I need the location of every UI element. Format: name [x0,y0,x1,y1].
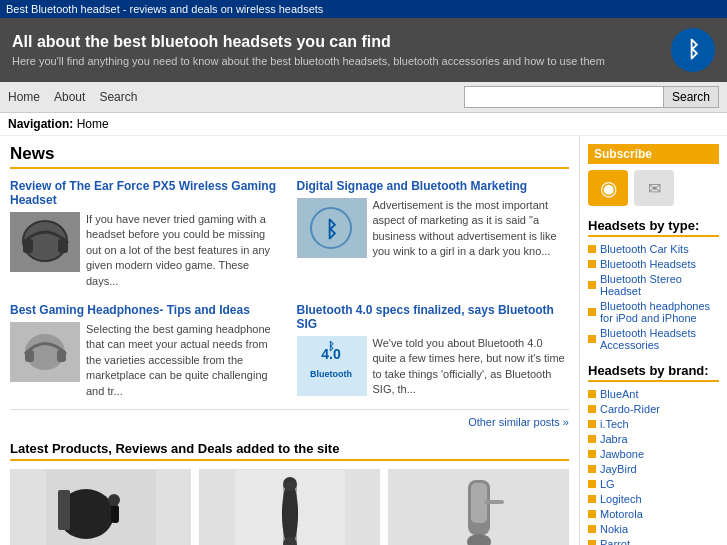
other-posts-link[interactable]: Other similar posts » [468,416,569,428]
news-thumb-2: ᛒ [297,198,367,258]
product-thumb-1 [10,469,191,545]
search-input[interactable] [464,86,664,108]
news-title-4[interactable]: Bluetooth 4.0 specs finalized, says Blue… [297,303,570,331]
nav-home[interactable]: Home [8,90,40,104]
headsets-by-type-list: Bluetooth Car Kits Bluetooth Headsets Bl… [588,243,719,351]
brand-logitech[interactable]: Logitech [600,493,642,505]
brand-lg[interactable]: LG [600,478,615,490]
site-title: All about the best bluetooh headsets you… [12,33,605,51]
type-stereo[interactable]: Bluetooth Stereo Headset [600,273,719,297]
list-item: Bluetooth headphones for iPod and iPhone [588,300,719,324]
product-thumb-2 [199,469,380,545]
type-headsets[interactable]: Bluetooth Headsets [600,258,696,270]
news-text-3: Selecting the best gaming headphone that… [86,322,283,399]
headsets-by-type-title: Headsets by type: [588,218,719,237]
list-item: Bluetooth Car Kits [588,243,719,255]
news-thumb-1 [10,212,80,272]
navbar: Home About Search Search [0,82,727,113]
list-item: Parrot [588,538,719,545]
breadcrumb-path: Home [77,117,109,131]
news-item-2-body: ᛒ Advertisement is the most important as… [297,198,570,260]
news-item-2: Digital Signage and Bluetooth Marketing … [297,179,570,289]
mail-icon: ✉ [648,179,661,198]
news-text-2: Advertisement is the most important aspe… [373,198,570,260]
list-item: BlueAnt [588,388,719,400]
list-item: Nokia [588,523,719,535]
product-thumb-3 [388,469,569,545]
news-item-1-body: If you have never tried gaming with a he… [10,212,283,289]
breadcrumb-label: Navigation: [8,117,73,131]
list-item: Bluetooth Headsets Accessories [588,327,719,351]
news-item-1: Review of The Ear Force PX5 Wireless Gam… [10,179,283,289]
type-ipod[interactable]: Bluetooth headphones for iPod and iPhone [600,300,719,324]
nav-search[interactable]: Search [99,90,137,104]
title-bar-text: Best Bluetooth headset - reviews and dea… [6,3,323,15]
list-item: LG [588,478,719,490]
news-title-2[interactable]: Digital Signage and Bluetooth Marketing [297,179,570,193]
news-grid: Review of The Ear Force PX5 Wireless Gam… [10,179,569,399]
svg-text:Bluetooth: Bluetooth [310,369,352,379]
news-title-3[interactable]: Best Gaming Headphones- Tips and Ideas [10,303,283,317]
brand-itech[interactable]: i.Tech [600,418,629,430]
brand-nokia[interactable]: Nokia [600,523,628,535]
svg-text:ᛒ: ᛒ [325,217,338,242]
list-item: i.Tech [588,418,719,430]
search-button[interactable]: Search [664,86,719,108]
brand-cardo[interactable]: Cardo-Rider [600,403,660,415]
header-text: All about the best bluetooh headsets you… [12,33,605,67]
type-accessories[interactable]: Bluetooth Headsets Accessories [600,327,719,351]
news-thumb-4: 4.0 Bluetooth ᛒ [297,336,367,396]
breadcrumb: Navigation: Home [0,113,727,136]
svg-rect-22 [283,482,297,545]
news-item-4: Bluetooth 4.0 specs finalized, says Blue… [297,303,570,399]
nav-links: Home About Search [8,90,137,104]
list-item: JayBird [588,463,719,475]
svg-rect-15 [111,505,119,523]
other-posts: Other similar posts » [10,409,569,429]
title-bar: Best Bluetooth headset - reviews and dea… [0,0,727,18]
brand-jabra[interactable]: Jabra [600,433,628,445]
list-item: Motorola [588,508,719,520]
latest-section-title: Latest Products, Reviews and Deals added… [10,441,569,461]
bluetooth-icon: ᛒ [671,28,715,72]
svg-point-16 [108,494,120,506]
header: All about the best bluetooh headsets you… [0,18,727,82]
site-subtitle: Here you'll find anything you need to kn… [12,55,605,67]
news-section-title: News [10,144,569,169]
headsets-by-brand-title: Headsets by brand: [588,363,719,382]
list-item: Jabra [588,433,719,445]
content: News Review of The Ear Force PX5 Wireles… [0,136,579,545]
email-subscribe-button[interactable]: ✉ [634,170,674,206]
products-grid [10,469,569,545]
svg-text:ᛒ: ᛒ [328,340,335,352]
type-car-kits[interactable]: Bluetooth Car Kits [600,243,689,255]
list-item: Cardo-Rider [588,403,719,415]
news-text-1: If you have never tried gaming with a he… [86,212,283,289]
brand-jawbone[interactable]: Jawbone [600,448,644,460]
news-text-4: We've told you about Bluetooth 4.0 quite… [373,336,570,398]
sidebar: Subscribe ◉ ✉ Headsets by type: Bluetoot… [579,136,727,545]
rss-icon: ◉ [600,176,617,200]
brand-jaybird[interactable]: JayBird [600,463,637,475]
search-form: Search [464,86,719,108]
nav-about[interactable]: About [54,90,85,104]
news-item-4-body: 4.0 Bluetooth ᛒ We've told you about Blu… [297,336,570,398]
list-item: Bluetooth Headsets [588,258,719,270]
brand-motorola[interactable]: Motorola [600,508,643,520]
list-item: Jawbone [588,448,719,460]
news-item-3-body: Selecting the best gaming headphone that… [10,322,283,399]
news-thumb-3 [10,322,80,382]
brand-parrot[interactable]: Parrot [600,538,630,545]
subscribe-icons: ◉ ✉ [588,170,719,206]
main-layout: News Review of The Ear Force PX5 Wireles… [0,136,727,545]
subscribe-title: Subscribe [588,144,719,164]
list-item: Logitech [588,493,719,505]
brand-blueant[interactable]: BlueAnt [600,388,639,400]
svg-rect-17 [58,490,70,530]
list-item: Bluetooth Stereo Headset [588,273,719,297]
svg-rect-27 [484,500,504,504]
headsets-by-brand-list: BlueAnt Cardo-Rider i.Tech Jabra Jawbone… [588,388,719,545]
news-title-1[interactable]: Review of The Ear Force PX5 Wireless Gam… [10,179,283,207]
news-item-3: Best Gaming Headphones- Tips and Ideas S… [10,303,283,399]
rss-subscribe-button[interactable]: ◉ [588,170,628,206]
